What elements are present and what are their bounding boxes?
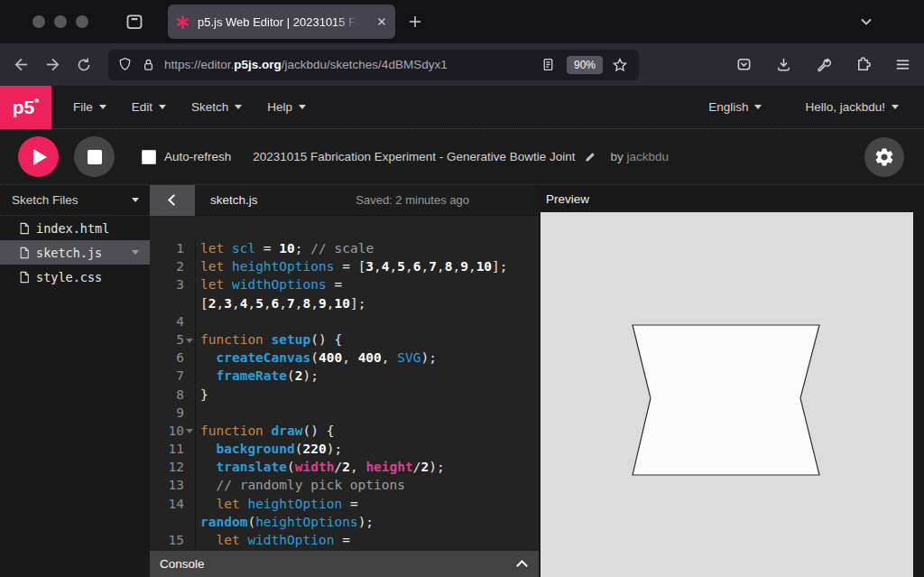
code-row[interactable]: 12 translate(width/2, height/2); bbox=[150, 458, 539, 476]
menu-help-label: Help bbox=[267, 100, 292, 114]
fold-spacer bbox=[184, 404, 196, 422]
new-tab-button[interactable] bbox=[408, 14, 422, 29]
code-row[interactable]: 1let scl = 10; // scale bbox=[150, 239, 539, 257]
menu-file-label: File bbox=[73, 100, 93, 114]
code-text: random(heightOptions); bbox=[200, 513, 374, 531]
code-row[interactable]: 3let widthOptions = bbox=[150, 275, 539, 293]
reload-button[interactable] bbox=[76, 57, 92, 73]
code-row[interactable]: [2,3,4,5,6,7,8,9,10]; bbox=[150, 294, 539, 312]
fold-arrow-icon[interactable] bbox=[184, 422, 196, 440]
lock-icon[interactable] bbox=[141, 57, 156, 72]
sketch-title: 20231015 Fabrication Experiment - Genera… bbox=[253, 150, 596, 163]
preview-label: Preview bbox=[546, 192, 589, 206]
menu-edit[interactable]: Edit bbox=[123, 95, 175, 119]
code-row[interactable]: 14 let heightOption = bbox=[150, 495, 539, 513]
code-row[interactable]: 7 frameRate(2); bbox=[150, 367, 539, 385]
stop-button[interactable] bbox=[74, 136, 115, 177]
language-label: English bbox=[708, 100, 748, 114]
account-dropdown[interactable]: Hello, jackbdu! bbox=[796, 95, 908, 119]
extensions-icon[interactable] bbox=[855, 56, 872, 73]
file-icon bbox=[19, 271, 30, 284]
url-bar[interactable]: https://editor.p5js.org/jackbdu/sketches… bbox=[108, 50, 639, 80]
edit-title-pencil-icon[interactable] bbox=[584, 151, 596, 163]
language-dropdown[interactable]: English bbox=[699, 95, 771, 119]
preview-canvas-wrap bbox=[539, 212, 924, 577]
line-number: 12 bbox=[150, 458, 184, 476]
code-lines[interactable]: 1let scl = 10; // scale2let heightOption… bbox=[150, 216, 539, 551]
code-row[interactable]: 11 background(220); bbox=[150, 440, 539, 458]
console-bar[interactable]: Console bbox=[150, 551, 539, 577]
fold-spacer bbox=[184, 257, 196, 275]
menu-hamburger-icon[interactable] bbox=[894, 56, 911, 73]
code-row[interactable]: 10function draw() { bbox=[150, 422, 539, 440]
fold-arrow-icon[interactable] bbox=[184, 330, 196, 349]
p5-favicon-icon bbox=[175, 14, 190, 30]
reader-mode-icon[interactable] bbox=[541, 57, 556, 72]
fold-spacer bbox=[184, 513, 196, 531]
code-row[interactable]: 4 bbox=[150, 312, 539, 330]
p5-logo[interactable]: p5* bbox=[0, 86, 51, 129]
code-row[interactable]: 15 let widthOption = bbox=[150, 531, 539, 549]
tab-list-chevron-icon[interactable] bbox=[859, 14, 873, 29]
editor-tab-sketch-js[interactable]: sketch.js bbox=[210, 193, 258, 207]
auto-refresh-checkbox[interactable] bbox=[142, 150, 156, 164]
menu-file[interactable]: File bbox=[64, 95, 116, 119]
code-text: let heightOptions = [3,4,5,6,7,8,9,10]; bbox=[200, 257, 508, 275]
sketch-files-header[interactable]: Sketch Files bbox=[0, 185, 150, 216]
file-item-index-html[interactable]: index.html bbox=[0, 216, 150, 240]
firefox-view-icon[interactable] bbox=[125, 12, 144, 32]
url-text[interactable]: https://editor.p5js.org/jackbdu/sketches… bbox=[164, 58, 541, 71]
settings-button[interactable] bbox=[864, 137, 904, 177]
pocket-icon[interactable] bbox=[735, 56, 753, 73]
code-row[interactable]: 2let heightOptions = [3,4,5,6,7,8,9,10]; bbox=[150, 257, 539, 275]
fold-spacer bbox=[184, 294, 196, 312]
browser-tab-bar: p5.js Web Editor | 20231015 Fab bbox=[0, 0, 924, 43]
tab-close-icon[interactable] bbox=[375, 15, 388, 28]
download-icon[interactable] bbox=[775, 56, 792, 73]
code-row[interactable]: 9 bbox=[150, 404, 539, 422]
gear-icon bbox=[873, 146, 895, 168]
chevron-down-icon bbox=[99, 105, 106, 109]
menu-sketch[interactable]: Sketch bbox=[182, 95, 251, 119]
preview-pane: Preview bbox=[539, 185, 924, 577]
window-maximize-button[interactable] bbox=[76, 15, 88, 28]
fold-spacer bbox=[184, 349, 196, 367]
sketch-files-label: Sketch Files bbox=[12, 193, 79, 207]
line-number: 5 bbox=[150, 330, 184, 349]
byline-username[interactable]: jackbdu bbox=[627, 150, 670, 163]
code-row[interactable]: 13 // randomly pick options bbox=[150, 476, 539, 494]
menu-help[interactable]: Help bbox=[258, 95, 315, 119]
code-row[interactable]: 5function setup() { bbox=[150, 330, 539, 349]
code-text: let widthOptions = bbox=[200, 275, 342, 293]
code-text: function draw() { bbox=[200, 422, 334, 440]
code-text: } bbox=[200, 386, 208, 404]
editor-header: sketch.js Saved: 2 minutes ago bbox=[150, 185, 539, 216]
line-number bbox=[150, 513, 184, 531]
bookmark-star-icon[interactable] bbox=[612, 57, 628, 73]
line-number: 13 bbox=[150, 476, 184, 494]
browser-tab[interactable]: p5.js Web Editor | 20231015 Fab bbox=[168, 5, 395, 39]
file-item-sketch-js[interactable]: sketch.js bbox=[0, 240, 150, 265]
chevron-up-icon[interactable] bbox=[516, 560, 528, 572]
zoom-level-badge[interactable]: 90% bbox=[567, 56, 603, 74]
play-icon bbox=[33, 149, 47, 165]
line-number: 11 bbox=[150, 440, 184, 458]
code-editor-pane: sketch.js Saved: 2 minutes ago 1let scl … bbox=[150, 185, 539, 577]
back-button[interactable] bbox=[13, 56, 30, 73]
code-row[interactable]: 6 createCanvas(400, 400, SVG); bbox=[150, 349, 539, 367]
shield-icon[interactable] bbox=[117, 57, 133, 72]
code-row[interactable]: random(heightOptions); bbox=[150, 513, 539, 531]
file-options-chevron-icon[interactable] bbox=[132, 250, 139, 255]
wrench-icon[interactable] bbox=[815, 56, 832, 73]
window-minimize-button[interactable] bbox=[54, 15, 67, 28]
code-row[interactable]: 8} bbox=[150, 386, 539, 404]
file-item-style-css[interactable]: style.css bbox=[0, 265, 150, 289]
collapse-sidebar-button[interactable] bbox=[150, 185, 195, 216]
code-text: // randomly pick options bbox=[200, 476, 405, 494]
code-text: function setup() { bbox=[200, 330, 342, 349]
play-button[interactable] bbox=[18, 136, 59, 177]
code-text: let scl = 10; // scale bbox=[200, 239, 374, 257]
forward-button[interactable] bbox=[44, 56, 61, 73]
preview-header: Preview bbox=[539, 185, 924, 212]
window-close-button[interactable] bbox=[32, 15, 45, 28]
